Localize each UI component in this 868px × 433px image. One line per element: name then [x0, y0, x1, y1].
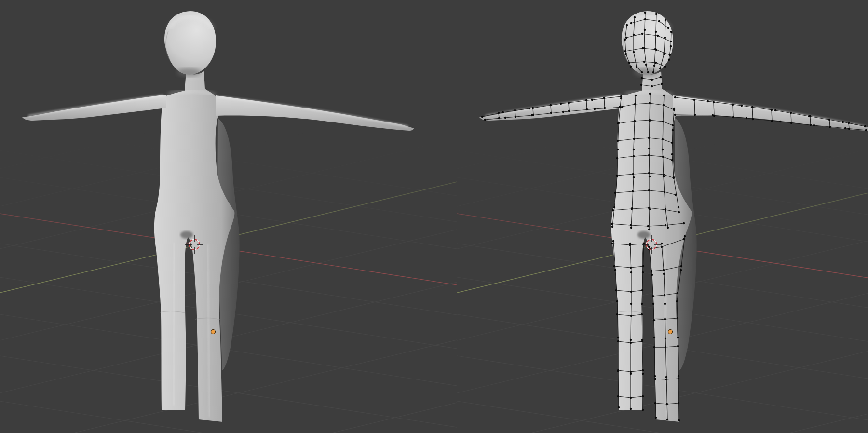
mesh-vertex[interactable] — [662, 121, 664, 122]
mesh-vertex[interactable] — [616, 300, 618, 302]
mesh-vertex[interactable] — [813, 124, 815, 126]
mesh-vertex[interactable] — [680, 265, 682, 267]
mesh-vertex[interactable] — [677, 337, 679, 338]
mesh-vertex[interactable] — [630, 342, 632, 344]
mesh-vertex[interactable] — [684, 235, 686, 237]
mesh-vertex[interactable] — [668, 59, 670, 61]
mesh-vertex[interactable] — [644, 12, 646, 14]
mesh-vertex[interactable] — [617, 140, 619, 142]
mesh-vertex[interactable] — [655, 49, 657, 51]
mesh-vertex[interactable] — [642, 47, 644, 49]
mesh-vertex[interactable] — [481, 116, 483, 118]
mesh-vertex[interactable] — [612, 209, 614, 211]
mesh-vertex[interactable] — [657, 35, 659, 37]
mesh-vertex[interactable] — [652, 295, 654, 297]
mesh-vertex[interactable] — [615, 289, 617, 291]
mesh-vertex[interactable] — [643, 61, 645, 63]
mesh-vertex[interactable] — [671, 153, 673, 155]
mesh-vertex[interactable] — [630, 371, 632, 373]
mesh-vertex[interactable] — [683, 238, 685, 240]
mesh-vertex[interactable] — [694, 114, 696, 116]
mesh-vertex[interactable] — [630, 397, 632, 399]
mesh-vertex[interactable] — [630, 66, 632, 68]
mesh-vertex[interactable] — [641, 33, 643, 35]
mesh-vertex[interactable] — [844, 127, 846, 129]
mesh-vertex[interactable] — [672, 124, 674, 126]
mesh-vertex[interactable] — [498, 117, 500, 119]
mesh-vertex[interactable] — [641, 303, 643, 305]
mesh-vertex[interactable] — [641, 289, 643, 291]
mesh-vertex[interactable] — [677, 345, 679, 347]
mesh-vertex[interactable] — [550, 112, 552, 114]
mesh-vertex[interactable] — [532, 114, 534, 116]
mesh-vertex[interactable] — [809, 115, 811, 117]
mesh-vertex[interactable] — [664, 318, 666, 320]
mesh-vertex[interactable] — [617, 395, 619, 397]
mesh-vertex[interactable] — [673, 177, 675, 179]
mesh-vertex[interactable] — [658, 20, 660, 22]
mesh-vertex[interactable] — [665, 376, 667, 378]
mesh-vertex[interactable] — [665, 224, 666, 226]
mesh-vertex[interactable] — [629, 244, 631, 246]
mesh-vertex[interactable] — [669, 54, 671, 56]
mesh-vertex[interactable] — [641, 313, 643, 315]
mesh-vertex[interactable] — [617, 149, 619, 150]
mesh-vertex[interactable] — [652, 71, 654, 73]
mesh-vertex[interactable] — [624, 39, 626, 41]
mesh-vertex[interactable] — [550, 104, 552, 106]
mesh-vertex[interactable] — [674, 96, 676, 98]
mesh-vertex[interactable] — [630, 408, 632, 410]
mesh-vertex[interactable] — [649, 102, 651, 104]
mesh-vertex[interactable] — [790, 112, 792, 114]
mesh-vertex[interactable] — [666, 403, 668, 405]
mesh-vertex[interactable] — [649, 176, 651, 177]
mesh-vertex[interactable] — [771, 120, 773, 122]
mesh-vertex[interactable] — [671, 159, 673, 161]
mesh-vertex[interactable] — [654, 375, 656, 377]
mesh-vertex[interactable] — [636, 66, 637, 68]
mesh-vertex[interactable] — [568, 102, 570, 104]
mesh-vertex[interactable] — [678, 206, 679, 208]
mesh-vertex[interactable] — [641, 77, 643, 79]
mesh-vertex[interactable] — [661, 246, 663, 248]
mesh-vertex[interactable] — [634, 16, 636, 18]
mesh-vertex[interactable] — [616, 313, 618, 315]
mesh-vertex[interactable] — [644, 29, 646, 31]
mesh-vertex[interactable] — [504, 117, 506, 119]
mesh-vertex[interactable] — [653, 65, 655, 67]
mesh-vertex[interactable] — [514, 109, 516, 111]
mesh-vertex[interactable] — [677, 317, 678, 319]
mesh-vertex[interactable] — [645, 64, 647, 66]
mesh-vertex[interactable] — [667, 227, 669, 229]
mesh-vertex[interactable] — [829, 126, 831, 128]
mesh-vertex[interactable] — [649, 93, 651, 95]
mesh-vertex[interactable] — [642, 395, 644, 397]
mesh-vertex[interactable] — [648, 137, 650, 139]
mesh-vertex[interactable] — [591, 99, 593, 101]
mesh-vertex[interactable] — [655, 417, 657, 419]
mesh-vertex[interactable] — [641, 71, 643, 73]
mesh-vertex[interactable] — [611, 243, 613, 244]
mesh-vertex[interactable] — [617, 340, 619, 342]
3d-viewport-canvas[interactable] — [0, 0, 868, 433]
mesh-vertex[interactable] — [642, 271, 644, 273]
mesh-vertex[interactable] — [664, 303, 666, 305]
mesh-vertex[interactable] — [617, 369, 619, 371]
mesh-vertex[interactable] — [771, 109, 773, 111]
mesh-vertex[interactable] — [529, 108, 530, 109]
mesh-vertex[interactable] — [848, 122, 850, 124]
mesh-vertex[interactable] — [683, 222, 685, 224]
mesh-vertex[interactable] — [633, 34, 635, 36]
mesh-vertex[interactable] — [628, 62, 630, 64]
mesh-vertex[interactable] — [642, 369, 644, 371]
mesh-vertex[interactable] — [648, 246, 650, 248]
mesh-vertex[interactable] — [665, 209, 666, 211]
mesh-vertex[interactable] — [625, 37, 627, 39]
mesh-vertex[interactable] — [642, 409, 644, 411]
mesh-vertex[interactable] — [647, 225, 649, 227]
mesh-vertex[interactable] — [667, 27, 669, 29]
mesh-vertex[interactable] — [632, 190, 634, 192]
mesh-vertex[interactable] — [663, 104, 665, 106]
mesh-vertex[interactable] — [790, 122, 792, 124]
mesh-vertex[interactable] — [624, 50, 626, 52]
